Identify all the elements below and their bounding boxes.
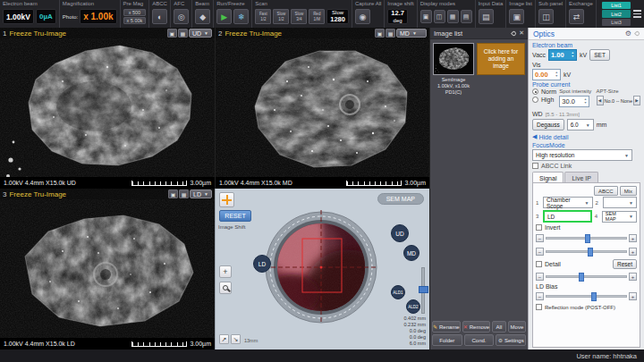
abcc-button[interactable]: ◐ (152, 9, 167, 24)
wd-select[interactable]: 6.0 ▼ (567, 119, 594, 130)
hamburger-menu-icon[interactable] (633, 10, 641, 18)
map-collapse-button[interactable]: ↘ (231, 334, 241, 344)
apt-next-button[interactable]: ▶ (633, 96, 640, 105)
freeze-button[interactable]: ❄ (233, 9, 249, 24)
gear-icon[interactable]: ⚙ (625, 29, 631, 38)
map-detector-ald2-button[interactable]: ALD2 (406, 299, 420, 314)
plus-icon[interactable]: + (629, 248, 637, 256)
scan-speed-3-button[interactable]: Slow3/4 (291, 9, 307, 24)
map-detector-md-button[interactable]: MD (403, 245, 419, 261)
slider-thumb[interactable] (579, 273, 584, 282)
high-radio[interactable] (532, 97, 538, 103)
overlay-icon[interactable]: ▦ (178, 29, 188, 38)
folder-button[interactable]: Folder (432, 334, 462, 346)
slider-track[interactable] (546, 295, 627, 298)
detector-select-1[interactable]: UD ▼ (189, 29, 212, 38)
sem-map-mode-pill[interactable]: SEM MAP (377, 193, 424, 205)
minus-icon[interactable]: − (536, 292, 544, 300)
run-button[interactable]: ▶ (216, 9, 232, 24)
signal-2-select[interactable]: ▼ (603, 197, 637, 208)
map-magnifier-button[interactable] (219, 282, 232, 294)
viewport-2[interactable]: 2 Freeze Tru-Image ▣ ▦ MD ▼ 1.00kV 4.4mm… (215, 28, 429, 189)
vacc-input[interactable]: 1.00 ▲▼ (548, 49, 577, 61)
scan-speed-2-button[interactable]: Slow1/2 (273, 9, 289, 24)
beam-button[interactable]: ◆ (195, 9, 210, 24)
minus-icon[interactable]: − (536, 273, 544, 281)
list2-button[interactable]: List2 (602, 10, 631, 18)
map-detector-ald1-button[interactable]: ALD1 (391, 285, 405, 299)
norm-radio[interactable] (532, 88, 538, 95)
capture-icon[interactable]: ▣ (167, 29, 177, 38)
vis-input[interactable]: 0.00 ▲▼ (532, 69, 561, 80)
scan-mode-readout[interactable]: Slow1280 (326, 9, 349, 24)
hide-detail-link[interactable]: ◀ Hide detail (532, 133, 640, 140)
sub-panel-button[interactable]: ◫ (538, 9, 554, 24)
map-zoom-in-button[interactable]: + (219, 265, 232, 278)
spinner-icons[interactable]: ▲▼ (572, 52, 574, 58)
plus-icon[interactable]: + (629, 234, 637, 242)
degauss-button[interactable]: Degauss (532, 119, 564, 130)
cond-button[interactable]: Cond. (464, 334, 495, 346)
viewport-1[interactable]: 1 Freeze Tru-Image ▣ ▦ UD ▼ 1.00kV 4.4mm… (0, 28, 215, 189)
minus-icon[interactable]: − (536, 248, 544, 256)
minus-icon[interactable]: − (536, 234, 544, 242)
detail-checkbox[interactable] (536, 261, 542, 267)
capture-all-button[interactable]: ◉ (355, 9, 370, 24)
add-image-button[interactable]: Click here for adding an image (477, 43, 525, 75)
plus-icon[interactable]: + (629, 273, 637, 281)
pin-icon[interactable] (634, 30, 640, 37)
image-list-item[interactable]: SemImage 1.00kV, x1.00k PD1(C) (433, 43, 474, 96)
close-icon[interactable]: ✕ (519, 29, 524, 37)
abcc-link-checkbox[interactable] (532, 163, 538, 169)
invert-checkbox[interactable] (536, 224, 542, 231)
detector-select-2[interactable]: MD ▼ (396, 29, 427, 38)
display-mode-dual-button[interactable]: ◫ (434, 10, 445, 23)
plus-icon[interactable]: + (629, 292, 637, 300)
map-detector-ud-button[interactable]: UD (391, 224, 409, 242)
slider-thumb[interactable] (588, 248, 593, 257)
overlay-icon[interactable]: ▦ (386, 29, 395, 38)
pre-mag-x5k-button[interactable]: x 5.00k (123, 17, 147, 24)
sem-map-viewport[interactable]: RESET Image Shift SEM MAP + ↗ ↘ UD MD LD… (215, 189, 429, 349)
capture-icon[interactable]: ▣ (375, 29, 385, 38)
map-reset-button[interactable]: RESET (219, 210, 251, 222)
display-mode-single-button[interactable]: ▣ (420, 10, 432, 23)
capture-icon[interactable]: ▣ (168, 189, 178, 198)
slider-thumb[interactable] (585, 234, 590, 243)
slider-track[interactable] (546, 250, 627, 253)
display-mode-quad-button[interactable]: ▦ (447, 10, 459, 23)
pin-icon[interactable] (511, 29, 517, 36)
slider-track[interactable] (546, 237, 627, 240)
scan-speed-4-button[interactable]: Red1/M (309, 9, 325, 24)
slider-track[interactable] (546, 275, 627, 278)
move-button[interactable]: Move (508, 321, 526, 333)
detector-select-3[interactable]: LD ▼ (190, 189, 212, 198)
reflection-mode-checkbox[interactable] (536, 304, 542, 310)
rename-button[interactable]: ✎Rename (432, 321, 461, 333)
exchange-button[interactable]: ⇄ (569, 9, 584, 24)
image-shift-tool-icon[interactable] (219, 192, 234, 207)
map-detector-ld-button[interactable]: LD (253, 255, 271, 273)
scan-speed-1-button[interactable]: Fast1/2 (255, 9, 271, 24)
vacc-readout[interactable]: 1.00kV (3, 9, 34, 24)
viewport-3[interactable]: 3 Freeze Tru-Image ▣ ▦ LD ▼ 1.00kV 4.4mm… (0, 189, 215, 349)
spinner-icons[interactable]: ▲▼ (584, 98, 587, 105)
focus-mode-select[interactable]: High resolution ▼ (532, 149, 632, 161)
apt-prev-button[interactable]: ◀ (597, 96, 604, 105)
scan-rotation-readout[interactable]: 12.7deg (387, 9, 408, 24)
map-expand-button[interactable]: ↗ (219, 334, 229, 344)
pre-mag-x500-button[interactable]: x 500 (123, 9, 147, 16)
map-zoom-slider[interactable] (421, 267, 425, 314)
display-mode-list-button[interactable]: ▤ (461, 10, 472, 23)
afc-button[interactable]: ◎ (174, 9, 189, 24)
signal-3-selected[interactable]: LD (543, 210, 592, 223)
image-thumbnail[interactable] (433, 43, 474, 75)
overlay-icon[interactable]: ▦ (179, 189, 189, 198)
signal-1-select[interactable]: Chamber Scope ▼ (543, 197, 593, 208)
slider-thumb[interactable] (419, 286, 428, 293)
image-list-button[interactable]: ▣ (509, 9, 524, 24)
magnification-readout[interactable]: x 1.00k (80, 9, 116, 24)
reset-button[interactable]: Reset (613, 259, 637, 269)
set-button[interactable]: SET (589, 49, 610, 61)
abcc-mini-button[interactable]: ABCC (594, 186, 618, 196)
